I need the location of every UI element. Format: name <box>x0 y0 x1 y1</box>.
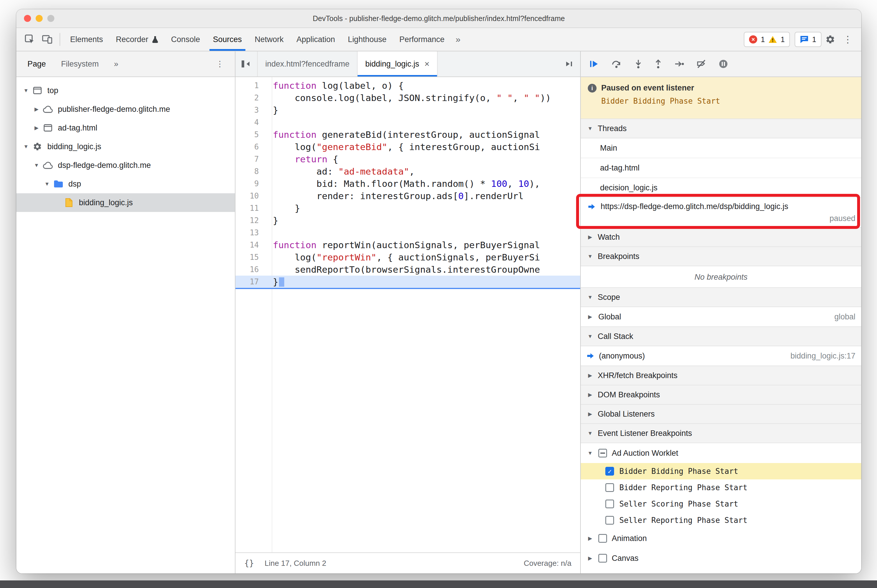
deactivate-breakpoints-icon[interactable] <box>696 59 706 69</box>
tree-item-bidding-logic-js[interactable]: ▼bidding_logic.js <box>17 137 235 156</box>
error-icon: × <box>749 35 757 44</box>
code-line-3[interactable]: 3} <box>235 104 580 116</box>
section-scope[interactable]: ▼ Scope <box>581 287 861 307</box>
issues-badge[interactable]: 1 <box>794 32 821 47</box>
scope-row-global[interactable]: ▶ Global global <box>581 307 861 327</box>
code-line-1[interactable]: 1function log(label, o) { <box>235 80 580 92</box>
pause-on-exceptions-icon[interactable] <box>719 59 728 69</box>
tree-item-ad-tag-html[interactable]: ▶ad-tag.html <box>17 118 235 137</box>
section-breakpoints[interactable]: ▼ Breakpoints <box>581 246 861 266</box>
code-line-16[interactable]: 16 sendReportTo(browserSignals.interestG… <box>235 263 580 276</box>
code-line-10[interactable]: 10 render: interestGroup.ads[0].renderUr… <box>235 190 580 202</box>
close-tab-icon[interactable]: × <box>424 59 430 69</box>
panel-tab-elements[interactable]: Elements <box>64 28 110 51</box>
call-stack-frame[interactable]: (anonymous) bidding_logic.js:17 <box>581 346 861 366</box>
elb-group-animation[interactable]: ▶Animation <box>581 528 861 548</box>
code-line-14[interactable]: 14function reportWin(auctionSignals, per… <box>235 239 580 251</box>
chevron-right-icon: ▶ <box>32 106 42 112</box>
code-line-13[interactable]: 13 <box>235 226 580 239</box>
checkbox-seller-scoring-phase-start[interactable] <box>605 500 614 508</box>
section-watch[interactable]: ▶ Watch <box>581 227 861 247</box>
line-number: 8 <box>235 165 267 177</box>
errors-warnings-badge[interactable]: × 1 1 <box>744 32 790 47</box>
step-icon[interactable] <box>674 60 684 68</box>
line-number: 1 <box>235 80 267 92</box>
code-line-4[interactable]: 4 <box>235 116 580 129</box>
panel-tab-sources[interactable]: Sources <box>206 28 248 51</box>
elb-group-canvas[interactable]: ▶Canvas <box>581 548 861 568</box>
warning-count: 1 <box>781 35 785 44</box>
thread-item-main[interactable]: Main <box>581 138 861 158</box>
tree-item-publisher-fledge-demo-glitch-me[interactable]: ▶publisher-fledge-demo.glitch.me <box>17 100 235 118</box>
code-line-8[interactable]: 8 ad: "ad-metadata", <box>235 165 580 177</box>
elb-item-bidder-bidding-phase-start[interactable]: Bidder Bidding Phase Start <box>581 463 861 479</box>
sidebar-more-tabs-icon[interactable]: » <box>106 51 126 76</box>
checkbox-bidder-bidding-phase-start[interactable] <box>605 467 614 476</box>
code-line-15[interactable]: 15 log("reportWin", { auctionSignals, pe… <box>235 251 580 263</box>
code-line-12[interactable]: 12} <box>235 214 580 226</box>
minimize-window-button[interactable] <box>36 15 43 22</box>
pretty-print-icon[interactable]: {} <box>244 558 254 568</box>
close-window-button[interactable] <box>24 15 31 22</box>
checkbox-seller-reporting-phase-start[interactable] <box>605 516 614 525</box>
section-call-stack[interactable]: ▼ Call Stack <box>581 326 861 346</box>
thread-item-decision-logic-js[interactable]: decision_logic.js <box>581 178 861 198</box>
thread-label: Main <box>600 144 617 153</box>
thread-item-https-dsp-fledge-demo-glitch-me-dsp-bidding-logic-js[interactable]: https://dsp-fledge-demo.glitch.me/dsp/bi… <box>581 198 861 228</box>
panel-tab-lighthouse[interactable]: Lighthouse <box>341 28 393 51</box>
resume-script-icon[interactable] <box>589 59 599 69</box>
toggle-navigator-icon[interactable] <box>235 51 258 76</box>
checkbox-ad-auction-worklet[interactable] <box>598 449 607 458</box>
tree-item-dsp[interactable]: ▼dsp <box>17 175 235 193</box>
section-xhr-breakpoints[interactable]: ▶ XHR/fetch Breakpoints <box>581 366 861 386</box>
elb-item-seller-scoring-phase-start[interactable]: Seller Scoring Phase Start <box>581 496 861 512</box>
code-line-17[interactable]: 17} <box>235 276 580 288</box>
checkbox-canvas[interactable] <box>598 554 607 562</box>
line-number: 14 <box>235 239 267 251</box>
code-line-9[interactable]: 9 bid: Math.floor(Math.random() * 100, 1… <box>235 177 580 190</box>
checkbox-animation[interactable] <box>598 534 607 543</box>
thread-item-ad-tag-html[interactable]: ad-tag.html <box>581 158 861 178</box>
code-editor[interactable]: 1function log(label, o) {2 console.log(l… <box>235 77 580 552</box>
section-dom-breakpoints[interactable]: ▶ DOM Breakpoints <box>581 385 861 405</box>
checkbox-bidder-reporting-phase-start[interactable] <box>605 483 614 492</box>
elb-item-seller-reporting-phase-start[interactable]: Seller Reporting Phase Start <box>581 512 861 528</box>
code-line-11[interactable]: 11 } <box>235 202 580 214</box>
next-editor-tab-icon[interactable] <box>558 51 580 76</box>
panel-tab-network[interactable]: Network <box>248 28 290 51</box>
sidebar-kebab-menu-icon[interactable]: ⋮ <box>208 51 232 76</box>
panel-tab-performance[interactable]: Performance <box>393 28 451 51</box>
section-event-listener-breakpoints[interactable]: ▼ Event Listener Breakpoints <box>581 423 861 443</box>
sidebar-tab-page[interactable]: Page <box>20 51 53 76</box>
line-number: 11 <box>235 202 267 214</box>
step-out-icon[interactable] <box>654 59 662 69</box>
editor-tab-index-html[interactable]: index.html?fencedframe <box>258 51 358 76</box>
section-label: Breakpoints <box>598 252 639 261</box>
code-line-6[interactable]: 6 log("generateBid", { interestGroup, au… <box>235 141 580 153</box>
code-line-5[interactable]: 5function generateBid(interestGroup, auc… <box>235 129 580 141</box>
section-global-listeners[interactable]: ▶ Global Listeners <box>581 404 861 424</box>
panel-tab-application[interactable]: Application <box>290 28 341 51</box>
more-panels-icon[interactable]: » <box>451 34 465 44</box>
panel-tab-console[interactable]: Console <box>165 28 206 51</box>
device-toolbar-icon[interactable] <box>39 31 56 48</box>
settings-gear-icon[interactable] <box>821 31 839 48</box>
step-over-icon[interactable] <box>611 59 622 69</box>
editor-tab-bidding-logic[interactable]: bidding_logic.js × <box>358 51 438 76</box>
elb-item-bidder-reporting-phase-start[interactable]: Bidder Reporting Phase Start <box>581 479 861 496</box>
step-into-icon[interactable] <box>635 59 642 69</box>
kebab-menu-icon[interactable]: ⋮ <box>839 31 857 48</box>
code-line-7[interactable]: 7 return { <box>235 153 580 165</box>
section-threads[interactable]: ▼ Threads <box>581 118 861 138</box>
panel-tab-recorder[interactable]: Recorder <box>110 28 165 51</box>
sidebar-tab-filesystem[interactable]: Filesystem <box>53 51 106 76</box>
elb-group-ad-auction-worklet[interactable]: ▼Ad Auction Worklet <box>581 443 861 463</box>
tree-item-top[interactable]: ▼top <box>17 81 235 100</box>
inspect-element-icon[interactable] <box>21 31 39 48</box>
navigator-tabs: Page Filesystem » ⋮ <box>17 51 235 77</box>
code-line-2[interactable]: 2 console.log(label, JSON.stringify(o, "… <box>235 92 580 104</box>
tree-item-dsp-fledge-demo-glitch-me[interactable]: ▼dsp-fledge-demo.glitch.me <box>17 156 235 175</box>
tree-item-bidding-logic-js[interactable]: bidding_logic.js <box>17 193 235 212</box>
zoom-window-button[interactable] <box>47 15 54 22</box>
chevron-right-icon: ▶ <box>587 555 594 561</box>
